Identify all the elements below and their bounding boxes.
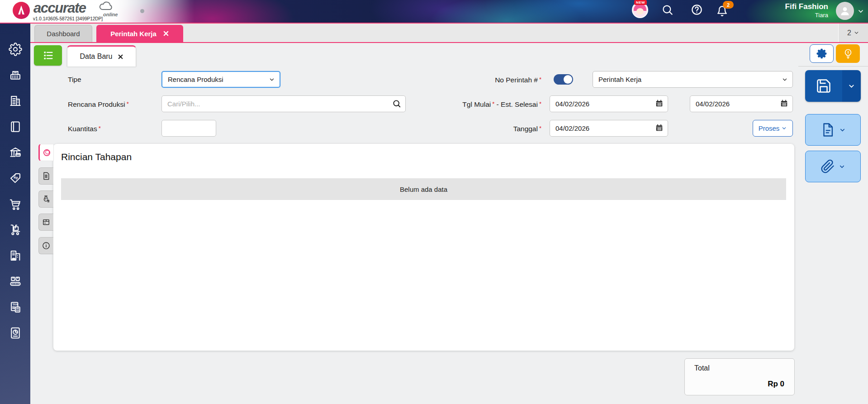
- section-tab-tahapan[interactable]: [38, 144, 54, 161]
- print-document-button[interactable]: [805, 114, 861, 146]
- svg-text:RP: RP: [45, 198, 47, 200]
- total-box: Total Rp 0: [684, 358, 795, 395]
- tab-close-icon[interactable]: [163, 30, 169, 37]
- floppy-disk-icon: [816, 78, 832, 94]
- company-buildings-icon[interactable]: [9, 94, 22, 108]
- accurate-logo-icon: [12, 1, 30, 19]
- journal-book-icon[interactable]: [9, 120, 22, 133]
- tab-data-baru[interactable]: Data Baru: [67, 45, 136, 67]
- help-icon[interactable]: [691, 4, 703, 18]
- tanggal-range-label: Tgl Mulai* - Est. Selesai*: [375, 95, 541, 112]
- user-avatar[interactable]: [836, 2, 854, 20]
- document-icon: [42, 171, 51, 181]
- section-tab-biaya[interactable]: RP: [38, 190, 53, 208]
- rencana-produksi-label: Rencana Produksi*: [68, 95, 129, 112]
- section-tab-dokumen[interactable]: [38, 167, 53, 185]
- tanggal-input[interactable]: [550, 120, 668, 137]
- list-icon: [42, 49, 54, 62]
- cost-rp-money-bag-icon: RP: [42, 195, 51, 204]
- fixed-assets-icon[interactable]: [9, 249, 22, 262]
- logo-wordmark: accurate: [33, 0, 86, 16]
- paperclip-icon: [821, 159, 835, 174]
- header-accent-line: [0, 23, 868, 24]
- kuantitas-input[interactable]: [161, 120, 216, 137]
- document-icon: [820, 122, 835, 138]
- window-tab-bar: Dashboard Perintah Kerja 2: [30, 24, 868, 43]
- search-icon[interactable]: [661, 4, 674, 18]
- tips-button[interactable]: [836, 44, 860, 63]
- perintah-type-select[interactable]: Perintah Kerja: [593, 71, 793, 88]
- section-title: Rincian Tahapan: [61, 152, 132, 162]
- tab-data-baru-label: Data Baru: [80, 52, 112, 61]
- section-tab-info[interactable]: [38, 237, 53, 254]
- info-icon: [42, 241, 51, 250]
- tgl-mulai-input[interactable]: [550, 95, 668, 112]
- form-settings-button[interactable]: [810, 44, 834, 63]
- tab-data-baru-close-icon[interactable]: [118, 54, 123, 60]
- company-name: Tiara: [785, 12, 828, 19]
- kuantitas-field: [161, 120, 216, 137]
- est-selesai-field: [690, 95, 793, 112]
- attachment-button[interactable]: [805, 151, 861, 182]
- chevron-down-icon: [781, 125, 787, 131]
- logo-subtext: online: [103, 12, 118, 17]
- tax-icon[interactable]: TAX: [9, 300, 22, 314]
- stage-rings-icon: [42, 148, 52, 157]
- new-badge: NEW: [634, 0, 647, 5]
- empty-data-row: Belum ada data: [61, 178, 786, 200]
- tanggal-label: Tanggal*: [407, 120, 541, 137]
- header-dot-decoration: [140, 9, 144, 13]
- rencana-produksi-input[interactable]: [161, 95, 406, 112]
- user-info[interactable]: Fifi Fashion Tiara: [785, 2, 828, 19]
- tipe-select[interactable]: Rencana Produksi: [161, 71, 280, 88]
- save-button[interactable]: [805, 70, 842, 102]
- chevron-down-icon: [848, 82, 855, 90]
- tab-dashboard[interactable]: Dashboard: [34, 25, 92, 42]
- tab-perintah-kerja[interactable]: Perintah Kerja: [96, 25, 183, 42]
- whats-new-avatar[interactable]: NEW: [632, 2, 648, 18]
- svg-text:TAX: TAX: [12, 303, 18, 306]
- no-perintah-toggle[interactable]: [554, 74, 573, 85]
- notification-count-badge: 2: [723, 1, 734, 9]
- sidebar: Rp TAX: [0, 24, 30, 404]
- tipe-label: Tipe: [68, 71, 81, 88]
- rencana-produksi-field: [161, 95, 406, 112]
- proses-button[interactable]: Proses: [753, 120, 793, 137]
- version-text: v1.0.1#3605-587261 [3499P12DP]: [32, 16, 104, 21]
- tab-perintah-kerja-label: Perintah Kerja: [110, 30, 157, 38]
- app-header: accurate online v1.0.1#3605-587261 [3499…: [0, 0, 868, 23]
- section-tab-barang[interactable]: [38, 214, 53, 231]
- banking-icon[interactable]: [9, 146, 22, 159]
- app-root: accurate online v1.0.1#3605-587261 [3499…: [0, 0, 868, 404]
- tgl-mulai-field: [550, 95, 668, 112]
- save-split-button[interactable]: [805, 70, 861, 102]
- user-name: Fifi Fashion: [785, 2, 828, 12]
- detail-panel: Rincian Tahapan Belum ada data: [53, 144, 794, 351]
- chevron-down-icon: [839, 163, 845, 170]
- save-options-chevron[interactable]: [842, 70, 861, 102]
- tab-overflow-count: 2: [847, 29, 851, 37]
- reports-icon[interactable]: [9, 326, 22, 340]
- user-menu-chevron-icon[interactable]: [857, 8, 864, 17]
- no-perintah-label: No Perintah #*: [407, 71, 541, 88]
- item-box-icon: [42, 218, 51, 227]
- chevron-down-icon: [782, 76, 788, 83]
- sales-register-icon[interactable]: [9, 68, 22, 82]
- inventory-trolley-icon[interactable]: [9, 223, 22, 237]
- kuantitas-label: Kuantitas*: [68, 120, 101, 137]
- settings-icon[interactable]: [9, 43, 22, 56]
- toolbar-divider: [798, 66, 868, 67]
- chevron-down-icon: [269, 76, 275, 83]
- open-list-button[interactable]: [34, 45, 62, 66]
- tipe-select-value: Rencana Produksi: [168, 76, 223, 83]
- svg-text:Rp: Rp: [14, 176, 18, 180]
- chevron-down-icon: [839, 127, 846, 133]
- price-rp-tag-icon[interactable]: Rp: [9, 171, 22, 185]
- manufacturing-icon[interactable]: [9, 275, 22, 288]
- tanggal-field: [550, 120, 668, 137]
- est-selesai-input[interactable]: [690, 95, 793, 112]
- perintah-type-value: Perintah Kerja: [598, 76, 641, 83]
- tab-overflow-dropdown[interactable]: 2: [838, 24, 868, 42]
- lightbulb-icon: [843, 48, 854, 59]
- purchase-cart-icon[interactable]: [9, 197, 22, 211]
